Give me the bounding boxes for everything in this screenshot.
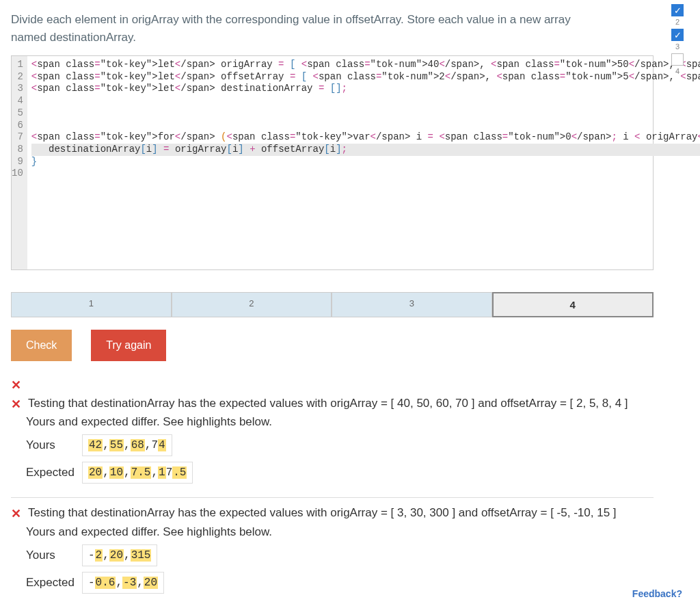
code-line[interactable]	[31, 107, 700, 120]
code-line[interactable]: destinationArray[i] = origArray[i] + off…	[31, 144, 700, 156]
check-button[interactable]: Check	[11, 330, 72, 361]
code-area[interactable]: <span class="tok-key">let</span> origArr…	[27, 56, 700, 269]
expected-label: Expected	[26, 576, 82, 590]
line-number: 4	[12, 95, 23, 107]
line-number: 9	[12, 156, 23, 168]
yours-label: Yours	[26, 438, 82, 452]
progress-label: 4	[675, 67, 679, 75]
step-tab-3[interactable]: 3	[332, 292, 492, 317]
progress-label: 3	[675, 42, 679, 51]
code-line[interactable]: <span class="tok-key">let</span> destina…	[31, 83, 700, 95]
test-heading: Testing that destinationArray has the ex…	[28, 506, 617, 520]
action-buttons: Check Try again	[11, 330, 689, 361]
code-line[interactable]	[31, 95, 700, 107]
value-box: -0.6,-3,20	[82, 572, 164, 594]
exercise-prompt: Divide each element in origArray with th…	[11, 11, 599, 46]
test-subtext: Yours and expected differ. See highlight…	[26, 415, 689, 429]
fail-icon: ✕	[11, 397, 21, 412]
progress-sidebar: ✓2✓34	[671, 4, 684, 75]
line-number: 1	[12, 59, 23, 71]
feedback-link[interactable]: Feedback?	[632, 588, 682, 599]
progress-label: 2	[675, 18, 679, 26]
test-subtext: Yours and expected differ. See highlight…	[26, 525, 689, 539]
test-heading: Testing that destinationArray has the ex…	[28, 397, 628, 410]
line-number: 6	[12, 120, 23, 132]
code-line[interactable]: <span class="tok-key">for</span> (<span …	[31, 131, 700, 144]
code-line[interactable]: }	[31, 156, 700, 168]
divider	[11, 497, 654, 498]
line-gutter: 12345678910	[12, 56, 27, 269]
line-number: 2	[12, 71, 23, 83]
expected-label: Expected	[26, 466, 82, 479]
code-editor[interactable]: 12345678910 <span class="tok-key">let</s…	[11, 55, 654, 270]
code-line[interactable]	[31, 120, 700, 132]
fail-icon: ✕	[11, 378, 689, 393]
unchecked-icon	[671, 53, 684, 66]
step-tab-1[interactable]: 1	[11, 292, 172, 317]
line-number: 7	[12, 131, 23, 144]
line-number: 3	[12, 83, 23, 95]
step-tabs: 1234	[11, 292, 654, 317]
try-again-button[interactable]: Try again	[91, 330, 166, 361]
fail-icon: ✕	[11, 506, 21, 522]
test-result: ✕Testing that destinationArray has the e…	[11, 397, 689, 484]
code-line[interactable]: <span class="tok-key">let</span> origArr…	[31, 59, 700, 71]
line-number: 10	[12, 168, 23, 180]
line-number: 5	[12, 107, 23, 120]
check-icon: ✓	[671, 29, 684, 41]
step-tab-4[interactable]: 4	[492, 292, 654, 317]
value-box: -2,20,315	[82, 544, 157, 566]
progress-item[interactable]: 4	[671, 53, 684, 75]
line-number: 8	[12, 144, 23, 156]
check-icon: ✓	[671, 4, 684, 16]
test-result: ✕Testing that destinationArray has the e…	[11, 506, 689, 593]
progress-item[interactable]: ✓3	[671, 29, 684, 51]
yours-label: Yours	[26, 549, 82, 562]
progress-item[interactable]: ✓2	[671, 4, 684, 26]
value-box: 42,55,68,74	[82, 434, 172, 456]
code-line[interactable]	[31, 168, 700, 180]
code-line[interactable]: <span class="tok-key">let</span> offsetA…	[31, 71, 700, 83]
step-tab-2[interactable]: 2	[172, 292, 332, 317]
value-box: 20,10,7.5,17.5	[82, 462, 193, 484]
